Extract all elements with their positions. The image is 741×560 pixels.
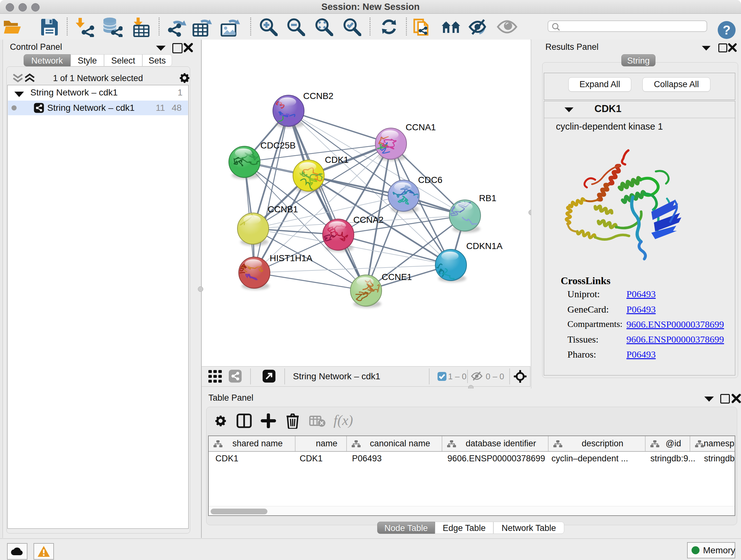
svg-text:HIST1H1A: HIST1H1A [270,253,313,263]
svg-text:CCNE1: CCNE1 [382,272,412,282]
svg-text:CDC6: CDC6 [418,175,442,185]
svg-text:?: ? [723,23,731,37]
svg-text:RB1: RB1 [479,193,496,203]
svg-text:CCNB2: CCNB2 [303,91,333,101]
svg-text:CCNB1: CCNB1 [268,204,298,214]
svg-text:CDK1: CDK1 [325,155,349,165]
svg-text:CCNA2: CCNA2 [353,215,384,225]
svg-text:CDKN1A: CDKN1A [466,241,502,251]
svg-text:CCNA1: CCNA1 [406,122,436,132]
svg-text:CDC25B: CDC25B [260,140,295,150]
